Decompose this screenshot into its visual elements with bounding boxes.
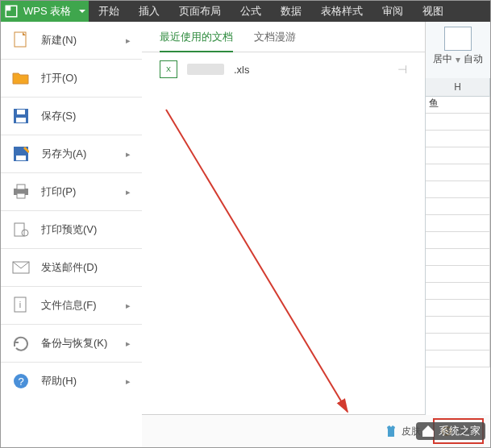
svg-rect-4 [16, 118, 26, 122]
file-menu-label: 保存(S) [41, 109, 76, 123]
file-menu-label: 文件信息(F) [41, 298, 97, 313]
file-menu-label: 打开(O) [41, 71, 77, 85]
menu-tablestyle[interactable]: 表格样式 [311, 1, 372, 22]
pin-icon[interactable]: ⊣ [397, 63, 407, 76]
svg-rect-5 [17, 110, 25, 114]
open-folder-icon [12, 69, 30, 87]
ribbon-format-box[interactable] [444, 27, 472, 51]
xls-file-icon: X [160, 60, 177, 78]
file-menu-label: 备份与恢复(K) [41, 336, 107, 351]
file-menu-label: 另存为(A) [41, 147, 86, 161]
ribbon-auto-label: 自动 [464, 52, 483, 66]
file-menu-backup-restore[interactable]: 备份与恢复(K) ▸ [1, 325, 142, 362]
svg-rect-1 [6, 6, 10, 10]
file-menu-send-mail[interactable]: 发送邮件(D) [1, 249, 142, 286]
menu-start[interactable]: 开始 [89, 1, 129, 22]
cell[interactable] [426, 131, 490, 147]
cell[interactable] [426, 266, 490, 283]
file-menu-help[interactable]: ? 帮助(H) ▸ [1, 363, 142, 400]
file-menu-label: 打印预览(V) [41, 222, 97, 237]
file-menu: 新建(N) ▸ 打开(O) 保存(S) 另存为(A) ▸ 打印(P) ▸ 打印预… [1, 22, 143, 447]
file-menu-label: 帮助(H) [41, 374, 77, 388]
menu-layout[interactable]: 页面布局 [169, 1, 231, 22]
file-menu-file-info[interactable]: i 文件信息(F) ▸ [1, 287, 142, 324]
cell[interactable] [426, 300, 490, 317]
file-menu-label: 打印(P) [41, 185, 76, 199]
file-menu-open[interactable]: 打开(O) [1, 60, 142, 97]
menu-review[interactable]: 审阅 [372, 1, 413, 22]
chevron-right-icon: ▸ [126, 149, 131, 160]
cell[interactable] [426, 283, 490, 300]
app-title[interactable]: WPS 表格 [22, 1, 76, 22]
recent-doc-ext: .xls [234, 64, 250, 76]
recent-doc-row[interactable]: X .xls ⊣ [142, 52, 425, 86]
print-icon [12, 183, 30, 201]
file-menu-print[interactable]: 打印(P) ▸ [1, 173, 142, 210]
cell[interactable] [426, 164, 490, 181]
ribbon-center-label: 居中 [433, 52, 452, 66]
tab-doc-roaming[interactable]: 文档漫游 [254, 30, 296, 52]
cell[interactable] [426, 351, 490, 367]
chevron-right-icon: ▸ [126, 35, 131, 46]
mail-icon [12, 259, 30, 276]
menubar: WPS 表格 开始 插入 页面布局 公式 数据 表格样式 审阅 视图 [1, 1, 490, 22]
column-header[interactable]: H [426, 78, 490, 96]
tab-recent-docs[interactable]: 最近使用的文档 [160, 30, 233, 52]
file-menu-new[interactable]: 新建(N) ▸ [1, 22, 142, 59]
cell[interactable] [426, 114, 490, 131]
cell[interactable] [426, 198, 490, 215]
cell[interactable] [426, 147, 490, 164]
cell[interactable] [426, 317, 490, 334]
svg-text:?: ? [18, 375, 23, 388]
cell[interactable]: 鱼 [426, 97, 490, 114]
menu-data[interactable]: 数据 [271, 1, 311, 22]
svg-rect-7 [16, 156, 26, 160]
saveas-icon [12, 145, 30, 163]
chevron-right-icon: ▸ [126, 338, 131, 349]
recent-panel: 最近使用的文档 文档漫游 X .xls ⊣ [142, 22, 426, 415]
recent-tabs: 最近使用的文档 文档漫游 [142, 22, 425, 52]
svg-text:i: i [19, 300, 21, 309]
menu-formula[interactable]: 公式 [231, 1, 271, 22]
help-icon: ? [12, 372, 30, 390]
watermark-text: 系统之家 [439, 424, 481, 438]
ribbon-fragment: 居中 ▾ 自动 [426, 22, 490, 84]
file-menu-saveas[interactable]: 另存为(A) ▸ [1, 135, 142, 172]
file-menu-label: 发送邮件(D) [41, 260, 98, 275]
watermark: 系统之家 [416, 420, 485, 442]
chevron-right-icon: ▸ [126, 301, 131, 311]
cell[interactable] [426, 215, 490, 232]
menu-insert[interactable]: 插入 [129, 1, 169, 22]
cell[interactable] [426, 181, 490, 198]
column-header-row: H [426, 78, 490, 97]
recent-doc-name-redacted [187, 64, 224, 75]
cell[interactable] [426, 249, 490, 266]
menu-view[interactable]: 视图 [413, 1, 453, 22]
chevron-right-icon: ▸ [126, 187, 131, 197]
print-preview-icon [12, 221, 30, 239]
cell[interactable] [426, 334, 490, 351]
new-file-icon [12, 31, 30, 49]
house-icon [421, 424, 435, 438]
app-menu-dropdown[interactable] [76, 1, 89, 22]
svg-rect-10 [17, 193, 25, 198]
app-logo [1, 1, 22, 22]
file-info-icon: i [12, 297, 30, 314]
file-menu-print-preview[interactable]: 打印预览(V) [1, 211, 142, 248]
svg-rect-11 [15, 223, 24, 236]
backup-icon [12, 334, 30, 352]
spreadsheet-grid[interactable]: H 鱼 [425, 78, 490, 415]
tshirt-icon [385, 425, 397, 438]
save-icon [12, 107, 30, 125]
svg-rect-9 [17, 185, 25, 189]
file-menu-save[interactable]: 保存(S) [1, 97, 142, 135]
file-menu-label: 新建(N) [41, 33, 77, 48]
chevron-right-icon: ▸ [126, 376, 131, 387]
cell[interactable] [426, 232, 490, 249]
